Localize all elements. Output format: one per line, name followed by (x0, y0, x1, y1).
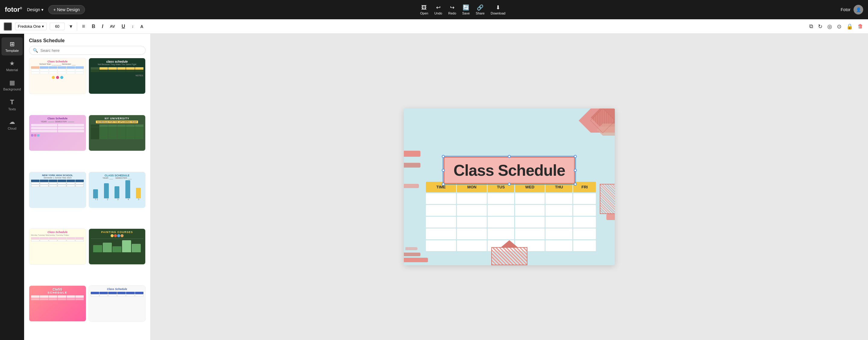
font-case-button[interactable]: A (138, 23, 145, 30)
open-icon: 🖼 (421, 4, 427, 11)
bar-5 (136, 188, 141, 198)
font-size-dropdown[interactable]: ▾ (68, 22, 74, 30)
logo: fotor® (5, 6, 22, 13)
material-icon: ★ (9, 60, 15, 67)
redo-button[interactable]: ↪ Redo (448, 4, 456, 15)
template-card-3[interactable]: Class Schedule YEAR: SEMESTER: (29, 115, 86, 151)
template-card-2[interactable]: class schedule Not Because They Make The… (89, 58, 146, 94)
secondary-toolbar: Fredoka One ▾ 60 ▾ ≡ B I AV U ↕ A ⧉ ↻ ◎ … (0, 19, 868, 34)
table-row (426, 228, 596, 239)
table-row (426, 193, 596, 204)
main-area: ⊞ Template ★ Material ▦ Background T Tex… (0, 34, 868, 340)
italic-button[interactable]: I (100, 23, 105, 30)
template-card-4[interactable]: NY UNIVERSITY SCHEDULE FOR THE UPCOMING … (89, 115, 146, 151)
user-name: Fotor (841, 7, 850, 12)
canvas[interactable]: Class Schedule Semester 1 School Year 20… (404, 109, 615, 265)
color-swatch[interactable] (4, 22, 12, 31)
template-card-8[interactable]: PAINTING COURSES (89, 228, 146, 265)
templates-panel: Class Schedule 🔍 Class Schedule School Y… (24, 34, 151, 340)
layers-button[interactable]: ⊙ (836, 22, 843, 31)
redo-icon: ↪ (450, 4, 455, 11)
download-button[interactable]: ⬇ Download (491, 4, 505, 15)
font-size-input[interactable]: 60 (50, 23, 65, 30)
sidebar-item-cloud[interactable]: ☁ Cloud (1, 115, 23, 133)
handle-mr[interactable] (574, 169, 577, 172)
mask-button[interactable]: ◎ (826, 22, 833, 31)
template-card-9[interactable]: ClaSS SCHEDULE (29, 285, 86, 321)
table-row (426, 205, 596, 216)
toolbar-right: Fotor 👤 (841, 5, 863, 14)
logo-area: fotor® (5, 6, 22, 13)
user-avatar[interactable]: 👤 (854, 5, 863, 14)
letter-spacing-button[interactable]: AV (108, 23, 117, 30)
deco-notch-right (607, 214, 615, 220)
undo-icon: ↩ (436, 4, 441, 11)
sidebar-item-template[interactable]: ⊞ Template (1, 37, 23, 56)
deco-building (491, 241, 527, 265)
left-panel: ⊞ Template ★ Material ▦ Background T Tex… (0, 34, 24, 340)
background-icon: ▦ (9, 79, 15, 86)
text-spacing-button[interactable]: ↕ (130, 23, 135, 30)
share-button[interactable]: 🔗 Share (476, 4, 485, 15)
bar-4 (125, 180, 130, 198)
bar-3 (115, 186, 119, 198)
share-icon: 🔗 (477, 4, 484, 11)
template-card-7[interactable]: Class Schedule MondayTuesdayWednesdayThu… (29, 228, 86, 265)
template-card-1[interactable]: Class Schedule School Year: ________ Sem… (29, 58, 86, 94)
title-box[interactable]: Class Schedule (444, 157, 575, 184)
panel-title: Class Schedule (24, 34, 150, 46)
building-roof (500, 240, 518, 248)
canvas-area: Class Schedule Semester 1 School Year 20… (151, 34, 868, 340)
download-icon: ⬇ (496, 4, 500, 11)
divider (77, 22, 77, 31)
save-icon: 🔄 (463, 4, 469, 11)
undo-button[interactable]: ↩ Undo (434, 4, 442, 15)
sec-tool-right: ⧉ ↻ ◎ ⊙ 🔒 🗑 (808, 22, 864, 31)
bar-2 (104, 183, 109, 198)
search-input[interactable] (40, 48, 142, 53)
deco-left (404, 145, 425, 235)
template-card-5[interactable]: NEW YORK HIGH SCHOOL Semester 1 School Y… (29, 172, 86, 208)
bold-button[interactable]: B (90, 23, 97, 30)
save-button[interactable]: 🔄 Save (462, 4, 470, 15)
table-row (426, 217, 596, 227)
building-body (491, 247, 527, 265)
templates-grid: Class Schedule School Year: ________ Sem… (24, 58, 150, 340)
sidebar-item-texts[interactable]: T Texts (1, 95, 23, 114)
deco-hatch-right (600, 184, 615, 214)
top-toolbar: fotor® Design ▾ + New Design 🖼 Open ↩ Un… (0, 0, 868, 19)
new-design-button[interactable]: + New Design (48, 5, 85, 14)
lock-button[interactable]: 🔒 (845, 22, 854, 31)
toolbar-center: 🖼 Open ↩ Undo ↪ Redo 🔄 Save 🔗 Share ⬇ Do… (87, 4, 838, 15)
handle-tl[interactable] (442, 155, 445, 158)
underline-button[interactable]: U (120, 23, 127, 30)
bar-1 (93, 189, 98, 198)
handle-ml[interactable] (442, 169, 445, 172)
template-card-10[interactable]: Class Schedule (89, 285, 146, 321)
col-fri: FRI (573, 182, 596, 192)
align-button[interactable]: ≡ (80, 22, 87, 31)
search-box[interactable]: 🔍 (29, 46, 146, 55)
template-card-6[interactable]: CLASS SCHEDULE YEAR: ___SEMESTER: ___ T … (89, 172, 146, 208)
deco-bottom-left (404, 235, 434, 265)
search-icon: 🔍 (33, 48, 38, 53)
template-icon: ⊞ (10, 40, 15, 48)
cloud-icon: ☁ (9, 118, 15, 125)
rotate-button[interactable]: ↻ (817, 22, 824, 31)
sidebar-item-background[interactable]: ▦ Background (1, 76, 23, 94)
canvas-wrapper: Class Schedule Semester 1 School Year 20… (404, 109, 615, 265)
font-selector[interactable]: Fredoka One ▾ (15, 23, 47, 30)
design-button[interactable]: Design ▾ (27, 7, 43, 12)
handle-tm[interactable] (508, 155, 511, 158)
canvas-title: Class Schedule (454, 161, 565, 179)
sidebar-item-material[interactable]: ★ Material (1, 57, 23, 75)
open-button[interactable]: 🖼 Open (420, 4, 428, 15)
delete-button[interactable]: 🗑 (857, 22, 864, 31)
duplicate-button[interactable]: ⧉ (808, 22, 814, 31)
texts-icon: T (10, 98, 14, 106)
